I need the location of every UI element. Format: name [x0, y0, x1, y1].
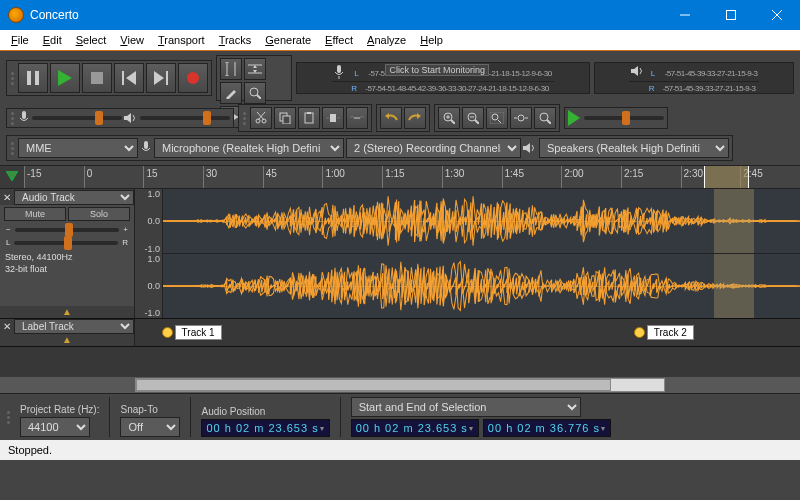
meter-hint[interactable]: Click to Start Monitoring — [385, 64, 489, 76]
record-volume-slider[interactable] — [32, 116, 122, 120]
selection-end[interactable]: 00 h 02 m 36.776 s▾ — [483, 419, 611, 437]
play-button[interactable] — [50, 63, 80, 93]
selection-start[interactable]: 00 h 02 m 23.653 s▾ — [351, 419, 479, 437]
timeline-pin-icon[interactable] — [0, 166, 24, 188]
menu-file[interactable]: File — [4, 32, 36, 48]
undo-icon[interactable] — [380, 107, 402, 129]
mute-button[interactable]: Mute — [4, 207, 66, 221]
audio-host-select[interactable]: MME — [18, 138, 138, 158]
scrub-slider[interactable] — [584, 116, 664, 120]
hscrollbar[interactable] — [0, 377, 800, 393]
grip[interactable] — [6, 397, 12, 437]
selection-tool-icon[interactable] — [220, 58, 242, 80]
close-track-button[interactable]: ✕ — [0, 192, 14, 203]
status-text: Stopped. — [8, 444, 52, 456]
fit-selection-icon[interactable] — [486, 107, 508, 129]
app-icon — [8, 7, 24, 23]
stop-button[interactable] — [82, 63, 112, 93]
svg-rect-11 — [166, 71, 168, 85]
record-meter[interactable]: L-57-54-51-48-45-42-39-36-33-30-27-24-21… — [296, 62, 590, 94]
track-menu[interactable]: Audio Track — [14, 190, 134, 205]
gain-slider[interactable] — [15, 228, 120, 232]
input-device-select[interactable]: Microphone (Realtek High Defini — [154, 138, 344, 158]
mixer-panel — [6, 108, 234, 128]
zoom-out-icon[interactable] — [462, 107, 484, 129]
grip[interactable] — [10, 63, 16, 93]
skip-end-button[interactable] — [146, 63, 176, 93]
track-menu[interactable]: Label Track — [14, 319, 134, 334]
skip-start-button[interactable] — [114, 63, 144, 93]
pan-slider[interactable] — [14, 241, 118, 245]
menu-effect[interactable]: Effect — [318, 32, 360, 48]
minimize-button[interactable] — [662, 0, 708, 30]
record-button[interactable] — [178, 63, 208, 93]
close-track-button[interactable]: ✕ — [0, 321, 14, 332]
collapse-button[interactable]: ▲ — [0, 306, 134, 318]
label-pin-icon[interactable] — [634, 327, 645, 338]
label-area[interactable]: Track 1Track 2 — [135, 319, 800, 346]
redo-icon[interactable] — [404, 107, 426, 129]
waveform-left[interactable] — [163, 189, 800, 254]
envelope-tool-icon[interactable] — [244, 58, 266, 80]
playback-volume-slider[interactable] — [140, 116, 230, 120]
play-scrub-icon[interactable] — [568, 110, 582, 126]
grip[interactable] — [242, 107, 248, 129]
menu-transport[interactable]: Transport — [151, 32, 212, 48]
zoom-toggle-icon[interactable] — [534, 107, 556, 129]
menubar: FileEditSelectViewTransportTracksGenerat… — [0, 30, 800, 50]
fit-project-icon[interactable] — [510, 107, 532, 129]
menu-tracks[interactable]: Tracks — [212, 32, 259, 48]
playback-meter[interactable]: L-57-51-45-39-33-27-21-15-9-3 R-57-51-45… — [594, 62, 794, 94]
label-text[interactable]: Track 1 — [175, 325, 222, 340]
snap-label: Snap-To — [120, 404, 180, 415]
waveform-right[interactable] — [163, 254, 800, 318]
channels-select[interactable]: 2 (Stereo) Recording Channels — [346, 138, 521, 158]
menu-help[interactable]: Help — [413, 32, 450, 48]
svg-rect-4 — [27, 71, 31, 85]
speaker-icon — [124, 112, 138, 124]
transport-panel — [6, 60, 212, 96]
close-button[interactable] — [754, 0, 800, 30]
draw-tool-icon[interactable] — [220, 82, 242, 104]
label-text[interactable]: Track 2 — [647, 325, 694, 340]
svg-rect-40 — [283, 116, 290, 124]
svg-marker-32 — [631, 66, 638, 76]
statusbar: Stopped. — [0, 440, 800, 460]
timeline-selection[interactable] — [704, 166, 749, 188]
label-marker[interactable]: Track 2 — [634, 325, 694, 340]
selection-mode-select[interactable]: Start and End of Selection — [351, 397, 581, 417]
audio-position[interactable]: 00 h 02 m 23.653 s▾ — [201, 419, 329, 437]
menu-edit[interactable]: Edit — [36, 32, 69, 48]
copy-icon[interactable] — [274, 107, 296, 129]
track-control-panel: ✕Audio Track MuteSolo −+ LR Stereo, 4410… — [0, 189, 135, 318]
paste-icon[interactable] — [298, 107, 320, 129]
svg-point-21 — [250, 88, 258, 96]
svg-marker-48 — [417, 113, 421, 119]
cut-icon[interactable] — [250, 107, 272, 129]
rate-label: Project Rate (Hz): — [20, 404, 99, 415]
project-rate-select[interactable]: 44100 — [20, 417, 90, 437]
grip[interactable] — [10, 111, 16, 125]
silence-icon[interactable] — [346, 107, 368, 129]
zoom-tool-icon[interactable] — [244, 82, 266, 104]
maximize-button[interactable] — [708, 0, 754, 30]
output-device-select[interactable]: Speakers (Realtek High Definiti — [539, 138, 729, 158]
svg-marker-66 — [523, 143, 530, 153]
label-pin-icon[interactable] — [162, 327, 173, 338]
pause-button[interactable] — [18, 63, 48, 93]
collapse-button[interactable]: ▲ — [0, 334, 134, 346]
svg-line-55 — [475, 120, 479, 124]
mic-icon — [334, 65, 350, 81]
timeline[interactable]: -1501530451:001:151:301:452:002:152:302:… — [0, 165, 800, 189]
trim-icon[interactable] — [322, 107, 344, 129]
label-marker[interactable]: Track 1 — [162, 325, 222, 340]
solo-button[interactable]: Solo — [68, 207, 130, 221]
menu-view[interactable]: View — [113, 32, 151, 48]
zoom-in-icon[interactable] — [438, 107, 460, 129]
snap-select[interactable]: Off — [120, 417, 180, 437]
grip[interactable] — [10, 138, 16, 158]
menu-select[interactable]: Select — [69, 32, 114, 48]
position-label: Audio Position — [201, 406, 329, 417]
menu-generate[interactable]: Generate — [258, 32, 318, 48]
menu-analyze[interactable]: Analyze — [360, 32, 413, 48]
